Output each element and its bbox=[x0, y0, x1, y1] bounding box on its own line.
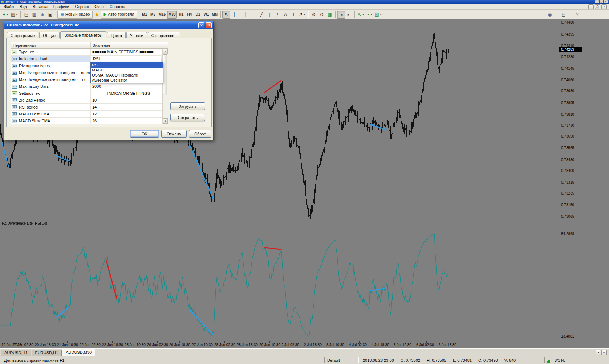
search-button[interactable]: ◎ bbox=[546, 11, 554, 19]
menu-item-2[interactable]: Вставка bbox=[30, 4, 50, 9]
text-tool[interactable]: A bbox=[281, 11, 289, 19]
autotrading-button[interactable]: ▶Авто-торговля bbox=[101, 11, 137, 19]
navigator-toggle[interactable]: ◈ bbox=[38, 11, 46, 19]
toolbar-separator bbox=[240, 11, 240, 18]
chart-shift-toggle[interactable]: ⇤ bbox=[345, 11, 353, 19]
price-label-11: 0.73565 bbox=[561, 146, 574, 150]
navigator-toggle-icon: ◈ bbox=[41, 12, 44, 17]
zoom-in-button[interactable]: ⊕ bbox=[310, 11, 318, 19]
application-window: 30461477: Alpari-Standard3 - [AUDUSD,M30… bbox=[0, 0, 609, 364]
menu-item-4[interactable]: Сервис bbox=[72, 4, 92, 9]
dialog-close-button[interactable]: ✕ bbox=[206, 22, 212, 28]
menu-item-5[interactable]: Окно bbox=[92, 4, 107, 9]
indicator-pane[interactable]: PZ Divergence Lite (RSI 14) bbox=[0, 220, 559, 341]
new-order-button[interactable]: ▤Новый ордер bbox=[57, 11, 93, 19]
timeframe-m1[interactable]: M1 bbox=[141, 11, 149, 19]
text-label-tool[interactable]: T bbox=[289, 11, 297, 19]
param-row-1[interactable]: 123Indicator to loadRSI▼ bbox=[11, 56, 168, 62]
dropdown-option-1[interactable]: MACD bbox=[91, 68, 163, 73]
param-row-7[interactable]: 123Zig-Zag Period10 bbox=[11, 97, 168, 104]
param-row-5[interactable]: 123Max history Bars2000 bbox=[11, 83, 168, 90]
profiles-button[interactable]: ▦▾ bbox=[9, 11, 19, 19]
dropdown-option-0[interactable]: RSI bbox=[91, 62, 163, 68]
cancel-button[interactable]: Отмена bbox=[161, 130, 187, 138]
timeframe-d1[interactable]: D1 bbox=[194, 11, 202, 19]
indicators-button[interactable]: ∿▾ bbox=[356, 11, 365, 19]
load-button[interactable]: Загрузить bbox=[170, 102, 205, 110]
indicator-to-load-combobox[interactable]: RSI▼ bbox=[92, 56, 167, 62]
column-header-variable[interactable]: Переменная bbox=[11, 42, 91, 48]
tile-windows-button[interactable]: ▩ bbox=[326, 11, 334, 19]
close-button[interactable]: × bbox=[604, 0, 608, 3]
data-window-toggle[interactable]: ▥ bbox=[30, 11, 38, 19]
timeframe-h1[interactable]: H1 bbox=[177, 11, 185, 19]
status-profile[interactable]: Default bbox=[324, 357, 359, 363]
timeframe-w1[interactable]: W1 bbox=[202, 11, 210, 19]
save-button[interactable]: Сохранить bbox=[170, 114, 205, 121]
metaeditor-button[interactable]: ◆ bbox=[93, 11, 101, 19]
zoom-out-button[interactable]: ⊖ bbox=[318, 11, 326, 19]
mdi-close-button[interactable]: × bbox=[601, 4, 607, 9]
pane-separator[interactable] bbox=[0, 220, 609, 220]
auto-scroll-toggle[interactable]: ⇥ bbox=[337, 11, 345, 19]
chart-tab-1[interactable]: EURUSD,H1 bbox=[32, 350, 62, 356]
chart-tab-2[interactable]: AUDUSD,M30 bbox=[62, 349, 95, 356]
indicator-canvas[interactable] bbox=[0, 220, 559, 341]
timeframe-mn[interactable]: MN bbox=[210, 11, 219, 19]
templates-button[interactable]: ▨▾ bbox=[373, 11, 383, 19]
dropdown-option-2[interactable]: OSMA (MACD Histogram) bbox=[91, 73, 163, 78]
cursor-tool[interactable]: ↖ bbox=[222, 11, 230, 19]
menu-item-0[interactable]: Файл bbox=[1, 4, 17, 9]
numeric-param-icon: 123 bbox=[12, 64, 17, 68]
vertical-line-tool[interactable]: │ bbox=[241, 11, 249, 19]
timeframe-h4[interactable]: H4 bbox=[185, 11, 194, 19]
dialog-titlebar[interactable]: Custom Indicator - PZ_DivergenceLite ? ✕ bbox=[4, 21, 213, 29]
dialog-tab-2[interactable]: Входные параметры bbox=[60, 31, 106, 39]
scrollbar-thumb[interactable] bbox=[163, 54, 167, 95]
tab-scroll-left-button[interactable]: ◂ bbox=[596, 350, 601, 355]
restore-button[interactable]: □ bbox=[600, 0, 603, 3]
fibonacci-tool[interactable]: ƒ bbox=[273, 11, 281, 19]
param-name-cell: abType_ex bbox=[11, 49, 91, 55]
dialog-help-button[interactable]: ? bbox=[198, 22, 204, 28]
periods-button[interactable]: ◔▾ bbox=[365, 11, 373, 19]
time-axis[interactable]: 19 Jun 201820 Jun 02:3020 Jun 18:3021 Ju… bbox=[0, 341, 609, 348]
window-titlebar[interactable]: 30461477: Alpari-Standard3 - [AUDUSD,M30… bbox=[0, 0, 609, 4]
menu-item-3[interactable]: Графики bbox=[50, 4, 72, 9]
scrollbar-up-button[interactable]: ▲ bbox=[163, 49, 168, 54]
timeframe-m30[interactable]: M30 bbox=[167, 11, 177, 19]
tab-scroll-right-button[interactable]: ▸ bbox=[601, 350, 607, 355]
crosshair-tool[interactable]: ┼ bbox=[230, 11, 238, 19]
arrows-tool[interactable]: ↗▾ bbox=[297, 11, 306, 19]
param-row-8[interactable]: 123RSI period14 bbox=[11, 104, 168, 111]
horizontal-line-tool[interactable]: ─ bbox=[249, 11, 257, 19]
new-chart-button[interactable]: +▾ bbox=[1, 11, 9, 19]
table-scrollbar[interactable]: ▲ ▼ bbox=[162, 49, 168, 124]
market-watch-toggle[interactable]: ▤ bbox=[22, 11, 30, 19]
ok-button[interactable]: OK bbox=[130, 130, 159, 138]
chart-tab-0[interactable]: AUDUSD,H1 bbox=[1, 350, 31, 356]
mdi-minimize-button[interactable]: – bbox=[588, 4, 594, 9]
param-row-9[interactable]: 123MACD Fast EMA12 bbox=[11, 111, 168, 118]
param-row-0[interactable]: abType_ex====== MAIN SETTINGS ====== bbox=[11, 49, 168, 56]
scrollbar-down-button[interactable]: ▼ bbox=[163, 118, 168, 124]
terminal-toggle[interactable]: ▣ bbox=[46, 11, 54, 19]
windows-button[interactable]: ▤ bbox=[560, 11, 568, 19]
column-header-value[interactable]: Значение bbox=[91, 42, 168, 48]
timeframe-m5[interactable]: M5 bbox=[149, 11, 157, 19]
minimize-button[interactable]: – bbox=[595, 0, 599, 3]
timeframe-m15[interactable]: M15 bbox=[157, 11, 167, 19]
dropdown-option-3[interactable]: Awesome Oscillator bbox=[91, 78, 163, 83]
price-scale[interactable]: 0.74283 84.2868 13.4881 0.744800.743950.… bbox=[559, 19, 609, 341]
parameters-rows: abType_ex====== MAIN SETTINGS ======123I… bbox=[11, 49, 168, 124]
reset-button[interactable]: Сброс bbox=[189, 130, 211, 138]
channel-tool[interactable]: ∥ bbox=[265, 11, 273, 19]
param-row-6[interactable]: abSettings_ex====== INDICATOR SETTINGS =… bbox=[11, 90, 168, 97]
param-row-10[interactable]: 123MACD Slow EMA26 bbox=[11, 118, 168, 124]
time-tick bbox=[179, 341, 180, 343]
help-button[interactable]: ? bbox=[573, 11, 581, 19]
menu-item-6[interactable]: Справка bbox=[107, 4, 128, 9]
trendline-tool[interactable]: ╱ bbox=[257, 11, 265, 19]
menu-item-1[interactable]: Вид bbox=[17, 4, 30, 9]
mdi-restore-button[interactable]: □ bbox=[595, 4, 600, 9]
